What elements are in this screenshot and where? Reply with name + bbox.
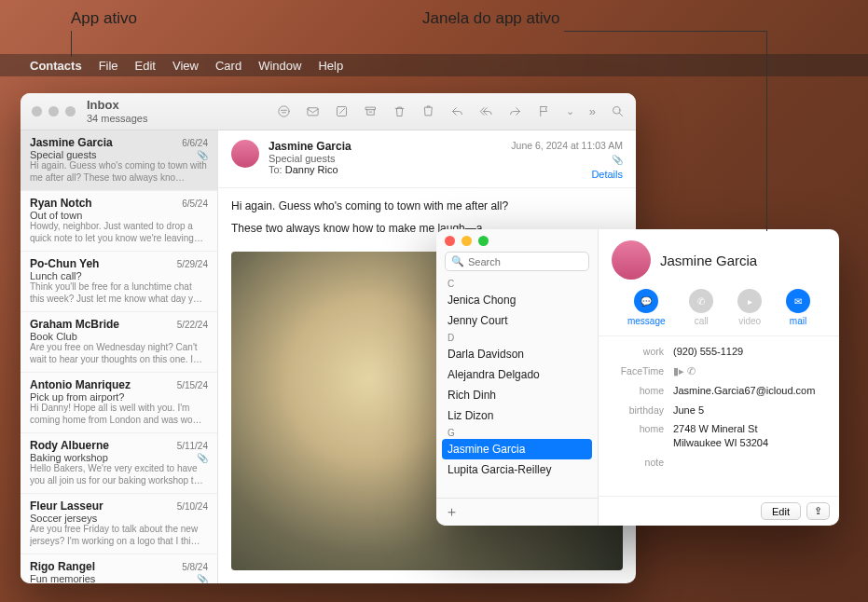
annotation-active-window: Janela do app ativo [422, 9, 559, 28]
zoom-button[interactable] [478, 236, 489, 246]
traffic-lights [32, 106, 76, 116]
annotation-line [766, 31, 767, 231]
message-from: Jasmine Garcia [269, 140, 502, 153]
list-from: Jasmine Garcia [30, 136, 113, 149]
list-preview: Hello Bakers, We're very excited to have… [30, 463, 208, 486]
menu-edit[interactable]: Edit [135, 59, 156, 73]
edit-button[interactable]: Edit [761, 502, 801, 520]
contact-row[interactable]: Jenica Chong [436, 290, 598, 310]
menu-card[interactable]: Card [215, 59, 241, 73]
mail-list-item[interactable]: Ryan Notch6/5/24Out of townHowdy, neighb… [21, 191, 217, 252]
list-preview: Are you free Friday to talk about the ne… [30, 524, 208, 547]
list-from: Antonio Manriquez [30, 378, 131, 391]
facetime-video-icon[interactable]: ▮▸ [673, 365, 684, 376]
call-action[interactable]: ✆call [689, 289, 713, 326]
contacts-window: 🔍 CJenica ChongJenny CourtDDarla Davidso… [436, 229, 839, 526]
list-from: Fleur Lasseur [30, 499, 103, 513]
minimize-button[interactable] [48, 106, 59, 116]
filter-icon[interactable] [277, 104, 291, 118]
search-input[interactable] [468, 256, 597, 267]
contact-field: work(920) 555-1129 [599, 342, 839, 362]
close-button[interactable] [445, 236, 455, 246]
zoom-button[interactable] [65, 106, 76, 116]
mail-list-item[interactable]: Rody Albuerne5/11/24Baking workshop📎Hell… [21, 433, 217, 494]
field-label: note [612, 456, 664, 468]
section-header: G [436, 426, 598, 439]
list-from: Ryan Notch [30, 197, 92, 210]
svg-point-0 [279, 106, 289, 116]
minimize-button[interactable] [462, 236, 472, 246]
add-contact-button[interactable]: ＋ [436, 498, 598, 526]
list-subject: Fun memories [30, 573, 95, 583]
video-icon: ▸ [737, 289, 762, 313]
field-label: birthday [612, 404, 664, 417]
list-from: Rody Albuerne [30, 439, 109, 452]
search-field[interactable]: 🔍 [445, 252, 589, 271]
forward-icon[interactable] [508, 104, 522, 118]
compose-icon[interactable] [335, 104, 349, 118]
list-subject: Baking workshop [30, 452, 108, 463]
contact-row[interactable]: Liz Dizon [436, 405, 598, 426]
list-date: 5/10/24 [177, 501, 208, 512]
menu-file[interactable]: File [99, 59, 118, 73]
message-icon: 💬 [634, 289, 658, 313]
list-subject: Out of town [30, 210, 82, 221]
svg-point-4 [613, 107, 621, 115]
contact-field: home2748 W Mineral St Milwaukee WI 53204 [599, 419, 839, 453]
avatar [231, 140, 259, 168]
svg-rect-3 [365, 107, 375, 110]
contact-field: homeJasmine.Garcia67@icloud.com [599, 381, 839, 401]
list-date: 5/29/24 [177, 259, 208, 269]
new-mail-icon[interactable] [306, 104, 320, 118]
contact-row[interactable]: Rich Dinh [436, 385, 598, 405]
reply-all-icon[interactable] [479, 104, 493, 118]
contacts-list[interactable]: CJenica ChongJenny CourtDDarla DavidsonA… [436, 277, 598, 498]
attachment-icon: 📎 [612, 155, 623, 165]
share-button[interactable]: ⇪ [806, 502, 830, 520]
search-icon[interactable] [611, 104, 625, 118]
list-from: Rigo Rangel [30, 560, 95, 573]
message-action[interactable]: 💬message [627, 289, 666, 326]
video-action[interactable]: ▸video [737, 289, 762, 326]
phone-icon: ✆ [689, 289, 713, 313]
menu-help[interactable]: Help [318, 59, 343, 73]
contact-row[interactable]: Alejandra Delgado [436, 364, 598, 385]
mail-list-item[interactable]: Antonio Manriquez5/15/24Pick up from air… [21, 373, 217, 433]
close-button[interactable] [32, 106, 42, 116]
mail-list-item[interactable]: Rigo Rangel5/8/24Fun memories📎 [21, 554, 217, 583]
contact-row[interactable]: Darla Davidson [436, 344, 598, 364]
contact-row[interactable]: Jasmine Garcia [442, 439, 592, 459]
menubar-app-name[interactable]: Contacts [30, 59, 82, 73]
trash-icon[interactable] [393, 104, 406, 118]
attachment-icon: 📎 [197, 150, 208, 160]
section-header: C [436, 277, 598, 290]
to-label: To: [269, 164, 282, 175]
list-subject: Soccer jerseys [30, 513, 97, 524]
list-date: 5/15/24 [177, 380, 208, 390]
mail-list-item[interactable]: Graham McBride5/22/24Book ClubAre you fr… [21, 312, 217, 373]
mail-list-item[interactable]: Po-Chun Yeh5/29/24Lunch call?Think you'l… [21, 252, 217, 312]
field-label: work [612, 345, 664, 359]
more-icon[interactable]: » [589, 104, 596, 118]
flag-icon[interactable] [537, 104, 551, 118]
menu-window[interactable]: Window [258, 59, 301, 73]
annotation-line [564, 31, 767, 32]
annotation-line [71, 31, 72, 57]
junk-icon[interactable] [421, 104, 435, 118]
field-label: FaceTime [612, 364, 664, 378]
message-list[interactable]: Jasmine Garcia6/6/24Special guests📎Hi ag… [21, 130, 218, 583]
mail-icon: ✉ [786, 289, 810, 313]
reply-icon[interactable] [450, 104, 464, 118]
mail-action[interactable]: ✉mail [786, 289, 810, 326]
mail-list-item[interactable]: Fleur Lasseur5/10/24Soccer jerseysAre yo… [21, 494, 217, 554]
details-link[interactable]: Details [591, 169, 623, 180]
mail-list-item[interactable]: Jasmine Garcia6/6/24Special guests📎Hi ag… [21, 130, 217, 191]
contact-row[interactable]: Lupita Garcia-Reilley [436, 459, 598, 480]
archive-icon[interactable] [364, 104, 378, 118]
list-preview: Hi Danny! Hope all is well with you. I'm… [30, 403, 208, 426]
menu-view[interactable]: View [172, 59, 199, 73]
contact-row[interactable]: Jenny Court [436, 310, 598, 331]
facetime-audio-icon[interactable]: ✆ [687, 365, 696, 376]
chevron-down-icon[interactable]: ⌄ [566, 105, 574, 117]
list-preview: Think you'll be free for a lunchtime cha… [30, 281, 208, 305]
